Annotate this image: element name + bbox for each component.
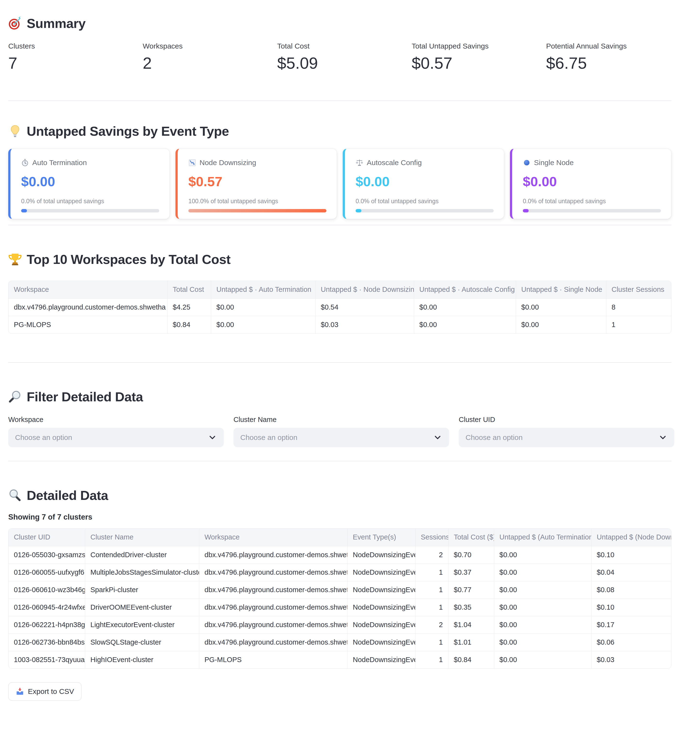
card-caption: 0.0% of total untapped savings — [523, 198, 661, 205]
table-cell: $0.00 — [494, 564, 591, 581]
top-workspaces-table-container: WorkspaceTotal CostUntapped $ · Auto Ter… — [8, 281, 671, 333]
select-placeholder: Choose an option — [466, 433, 523, 442]
filter-label: Workspace — [8, 415, 224, 424]
column-header: Untapped $ (Auto Termination) — [494, 529, 591, 546]
chevron-down-icon — [658, 433, 668, 442]
column-header: Total Cost ($) — [448, 529, 494, 546]
metric-total-cost: Total Cost $5.09 — [277, 42, 412, 72]
filter-label: Cluster UID — [459, 415, 674, 424]
table-cell: 1 — [606, 316, 671, 333]
table-cell: $1.04 — [448, 616, 494, 633]
workspace-filter-select[interactable]: Choose an option — [8, 428, 224, 447]
table-cell: $1.01 — [448, 633, 494, 651]
balance-scale-icon — [356, 159, 363, 167]
table-row: 0126-060055-uufxygf6MultipleJobsStagesSi… — [9, 564, 671, 581]
progress-bar — [188, 209, 327, 212]
magnifier-right-icon — [8, 390, 22, 404]
metric-potential-annual-savings: Potential Annual Savings $6.75 — [546, 42, 680, 72]
table-cell: $0.06 — [591, 633, 671, 651]
table-cell: NodeDownsizingEvent — [347, 633, 415, 651]
table-cell: $0.84 — [167, 316, 211, 333]
table-cell: LightExecutorEvent-cluster — [85, 616, 199, 633]
table-header-row: WorkspaceTotal CostUntapped $ · Auto Ter… — [9, 281, 671, 298]
card-label-text: Auto Termination — [32, 159, 87, 167]
table-cell: $0.00 — [211, 298, 315, 316]
table-cell: dbx.v4796.playground.customer-demos.shwe… — [199, 633, 347, 651]
filter-label: Cluster Name — [234, 415, 449, 424]
card-value: $0.00 — [21, 174, 159, 190]
stopwatch-icon — [21, 159, 29, 167]
detailed-table-container[interactable]: Cluster UIDCluster NameWorkspaceEvent Ty… — [8, 528, 671, 669]
filter-field-cluster-name: Cluster Name Choose an option — [234, 415, 449, 447]
table-cell: $0.00 — [516, 298, 606, 316]
table-row: 0126-060945-4r24wfxeDriverOOMEEvent-clus… — [9, 598, 671, 616]
table-cell: NodeDownsizingEvent — [347, 581, 415, 598]
table-cell: $0.00 — [494, 546, 591, 564]
table-cell: $0.37 — [448, 564, 494, 581]
top-workspaces-title: Top 10 Workspaces by Total Cost — [8, 252, 671, 267]
table-cell: 1 — [415, 651, 448, 668]
card-value: $0.57 — [188, 174, 327, 190]
table-cell: $0.17 — [591, 616, 671, 633]
table-row: PG-MLOPS$0.84$0.00$0.03$0.00$0.001 — [9, 316, 671, 333]
column-header: Cluster Sessions — [606, 281, 671, 298]
progress-bar-fill — [188, 209, 327, 212]
filter-field-workspace: Workspace Choose an option — [8, 415, 224, 447]
table-cell: 2 — [415, 546, 448, 564]
blue-circle-icon — [523, 159, 530, 167]
table-cell: 1 — [415, 581, 448, 598]
export-csv-button[interactable]: Export to CSV — [8, 682, 81, 701]
table-cell: $0.00 — [414, 298, 516, 316]
table-cell: $0.70 — [448, 546, 494, 564]
progress-bar-fill — [21, 209, 27, 212]
column-header: Cluster UID — [9, 529, 85, 546]
column-header: Untapped $ · Node Downsizing — [315, 281, 414, 298]
detailed-data-table: Cluster UIDCluster NameWorkspaceEvent Ty… — [9, 529, 671, 668]
metric-value: 7 — [8, 54, 143, 72]
table-header-row: Cluster UIDCluster NameWorkspaceEvent Ty… — [9, 529, 671, 546]
progress-bar-fill — [523, 209, 529, 212]
table-row: 0126-055030-gxsamzs2ContendedDriver-clus… — [9, 546, 671, 564]
table-cell: 0126-060610-wz3b46g2 — [9, 581, 85, 598]
progress-bar — [356, 209, 494, 212]
metric-label: Total Cost — [277, 42, 412, 50]
card-label: Single Node — [523, 159, 661, 167]
table-cell: dbx.v4796.playground.customer-demos.shwe… — [199, 581, 347, 598]
table-cell: dbx.v4796.playground.customer-demos.shwe… — [9, 298, 167, 316]
top-workspaces-title-text: Top 10 Workspaces by Total Cost — [27, 252, 231, 267]
table-cell: $0.03 — [315, 316, 414, 333]
filter-title-text: Filter Detailed Data — [27, 389, 143, 405]
table-cell: $0.10 — [591, 598, 671, 616]
metric-total-untapped-savings: Total Untapped Savings $0.57 — [412, 42, 546, 72]
table-cell: $0.54 — [315, 298, 414, 316]
table-cell: HighIOEvent-cluster — [85, 651, 199, 668]
filter-section: Filter Detailed Data Workspace Choose an… — [8, 363, 671, 447]
cluster-uid-filter-select[interactable]: Choose an option — [459, 428, 674, 447]
table-cell: DriverOOMEEvent-cluster — [85, 598, 199, 616]
table-cell: ContendedDriver-cluster — [85, 546, 199, 564]
card-value: $0.00 — [523, 174, 661, 190]
card-label: Node Downsizing — [188, 159, 327, 167]
column-header: Workspace — [9, 281, 167, 298]
table-row: dbx.v4796.playground.customer-demos.shwe… — [9, 298, 671, 316]
table-cell: $0.08 — [591, 581, 671, 598]
card-label-text: Autoscale Config — [367, 159, 422, 167]
metric-label: Workspaces — [143, 42, 277, 50]
summary-section: Summary Clusters 7 Workspaces 2 Total Co… — [8, 15, 671, 72]
cluster-name-filter-select[interactable]: Choose an option — [234, 428, 449, 447]
filter-controls: Workspace Choose an option Cluster Name … — [8, 415, 671, 447]
progress-bar-fill — [356, 209, 361, 212]
table-cell: PG-MLOPS — [9, 316, 167, 333]
top-workspaces-table: WorkspaceTotal CostUntapped $ · Auto Ter… — [9, 281, 671, 333]
card-label-text: Node Downsizing — [200, 159, 256, 167]
progress-bar — [21, 209, 159, 212]
column-header: Untapped $ (Node Downsizing) — [591, 529, 671, 546]
detailed-data-title-text: Detailed Data — [27, 488, 108, 503]
table-row: 0126-060610-wz3b46g2SparkPi-clusterdbx.v… — [9, 581, 671, 598]
table-cell: 1 — [415, 598, 448, 616]
table-cell: $0.77 — [448, 581, 494, 598]
table-cell: MultipleJobsStagesSimulator-cluster — [85, 564, 199, 581]
metric-value: $5.09 — [277, 54, 412, 72]
table-cell: dbx.v4796.playground.customer-demos.shwe… — [199, 564, 347, 581]
target-icon — [8, 17, 22, 30]
